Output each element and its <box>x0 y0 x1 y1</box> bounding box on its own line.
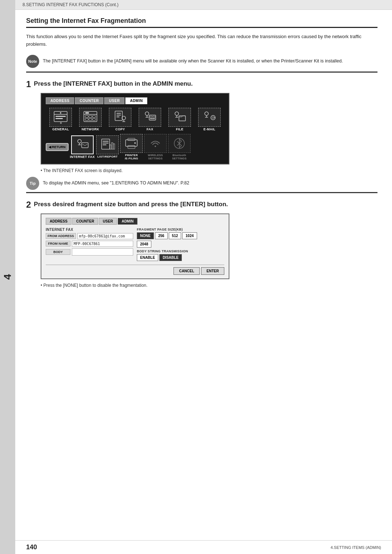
ifax-tab-counter[interactable]: COUNTER <box>72 218 98 225</box>
icon-item-network[interactable]: NETWORK <box>79 108 102 131</box>
svg-rect-17 <box>117 115 121 115</box>
intro-paragraph: This function allows you to send the Int… <box>26 33 377 48</box>
ifax-section-label: INTERNET FAX <box>46 228 133 232</box>
svg-rect-28 <box>150 118 155 119</box>
tab-user[interactable]: USER <box>104 97 124 104</box>
return-button[interactable]: ◀ RETURN <box>46 143 69 151</box>
body-value[interactable] <box>72 248 133 256</box>
step1-heading: 1 Press the [INTERNET FAX] button in the… <box>26 80 377 89</box>
svg-rect-14 <box>93 118 95 121</box>
svg-rect-10 <box>89 115 92 118</box>
svg-point-53 <box>134 142 136 144</box>
svg-rect-13 <box>89 118 92 121</box>
admin-screen-panel: ADDRESS COUNTER USER ADMIN <box>41 93 229 164</box>
frag-btn-1024[interactable]: 1024 <box>182 232 197 239</box>
icon-item-ifax[interactable]: INTERNET FAX <box>70 135 95 159</box>
svg-point-22 <box>145 112 149 115</box>
admin-tabs-row: ADDRESS COUNTER USER ADMIN <box>46 97 224 104</box>
ifax-left-panel: INTERNET FAX FROM ADDRESS mfp-00c67861@i… <box>46 228 133 263</box>
svg-rect-18 <box>117 117 119 117</box>
ifax-tabs-row: ADDRESS COUNTER USER ADMIN <box>46 218 224 225</box>
from-name-value[interactable]: MFP-00C67861 <box>72 241 133 247</box>
tab-address[interactable]: ADDRESS <box>46 97 74 104</box>
from-name-row: FROM NAME MFP-00C67861 <box>46 241 133 247</box>
svg-rect-48 <box>111 143 113 149</box>
svg-rect-51 <box>128 138 135 140</box>
from-address-row: FROM ADDRESS mfp-00c67861@ifax.com <box>46 233 133 239</box>
bullet-note-1: The INTERNET FAX screen is displayed. <box>41 168 377 173</box>
svg-point-39 <box>78 139 81 143</box>
footer-section-label: 4.SETTING ITEMS (ADMIN) <box>331 545 381 550</box>
from-address-value[interactable]: mfp-00c67861@ifax.com <box>77 233 133 239</box>
svg-rect-45 <box>103 143 109 143</box>
body-label: BODY <box>46 249 70 255</box>
svg-rect-11 <box>93 115 95 118</box>
body-row: BODY <box>46 248 133 256</box>
tip-badge: Tip <box>26 177 39 190</box>
from-address-label: FROM ADDRESS <box>46 233 76 239</box>
frag-btn-256[interactable]: 256 <box>155 232 168 239</box>
icon-item-listreport[interactable]: LIST/REPORT <box>96 135 119 158</box>
note-text: The [INTERNET FAX] button in the [ADMIN]… <box>43 55 343 65</box>
ifax-tab-admin[interactable]: ADMIN <box>118 218 138 225</box>
svg-rect-16 <box>117 113 121 114</box>
svg-rect-43 <box>102 139 110 149</box>
body-string-label: BODY STRING TRANSMISSION <box>137 249 224 253</box>
from-name-label: FROM NAME <box>46 241 70 247</box>
body-string-buttons: ENABLE DISABLE <box>137 254 224 261</box>
icon-item-copy[interactable]: COPY <box>109 108 131 131</box>
page-footer: 140 4.SETTING ITEMS (ADMIN) <box>15 540 392 554</box>
ifax-right-panel: FRAGMENT PAGE SIZE(KB) NONE 256 512 1024… <box>137 228 224 263</box>
svg-rect-44 <box>103 141 109 142</box>
chapter-number: 4 <box>2 274 13 280</box>
ifax-tab-user[interactable]: USER <box>99 218 117 225</box>
svg-rect-9 <box>85 115 88 118</box>
svg-text:⚙: ⚙ <box>60 122 62 124</box>
side-chapter-tab: 4 <box>0 0 15 554</box>
icon-item-wireless: WIRELESS SETTINGS <box>144 134 167 160</box>
body-btn-enable[interactable]: ENABLE <box>137 254 158 261</box>
svg-rect-49 <box>113 144 115 149</box>
note-box: Note The [INTERNET FAX] button in the [A… <box>26 55 377 68</box>
ifax-screen-panel: ADDRESS COUNTER USER ADMIN INTERNET FAX … <box>41 213 229 279</box>
icon-item-bluetooth: Bluetooth SETTINGS <box>168 134 191 160</box>
body-btn-disable[interactable]: DISABLE <box>159 254 182 261</box>
ifax-tab-address[interactable]: ADDRESS <box>46 218 72 225</box>
svg-rect-26 <box>150 116 152 118</box>
svg-rect-46 <box>103 144 106 145</box>
page-breadcrumb: 8.SETTING INTERNET FAX FUNCTIONS (Cont.) <box>15 0 392 10</box>
tab-admin[interactable]: ADMIN <box>125 97 147 104</box>
admin-icons-row1: ⚙ GENERAL <box>46 108 224 131</box>
svg-point-29 <box>175 112 179 115</box>
svg-rect-15 <box>115 111 122 121</box>
svg-rect-12 <box>85 118 88 121</box>
enter-button[interactable]: ENTER <box>201 267 224 275</box>
svg-point-2 <box>60 112 61 114</box>
fragment-size-label: FRAGMENT PAGE SIZE(KB) <box>137 228 224 231</box>
icon-item-file[interactable]: FILE <box>168 108 191 131</box>
icon-item-fax[interactable]: FAX <box>139 108 161 131</box>
ifax-bottom-buttons: CANCEL ENTER <box>46 265 224 275</box>
svg-rect-42 <box>82 143 88 148</box>
frag-btn-512[interactable]: 512 <box>169 232 181 239</box>
svg-rect-52 <box>128 146 135 148</box>
bullet-note-2: Press the [NONE] button to disable the f… <box>41 283 377 288</box>
svg-point-37 <box>212 117 214 118</box>
svg-point-33 <box>205 112 208 115</box>
frag-btn-none[interactable]: NONE <box>137 232 154 239</box>
cancel-button[interactable]: CANCEL <box>173 267 200 275</box>
section-title: Setting the Internet Fax Fragmentation <box>26 17 377 28</box>
tab-counter[interactable]: COUNTER <box>75 97 103 104</box>
frag-btn-2048[interactable]: 2048 <box>137 241 151 248</box>
admin-icons-row2: ◀ RETURN <box>46 134 224 160</box>
icon-item-email[interactable]: E-MAIL <box>198 108 221 131</box>
icon-item-printer[interactable]: PRINTER /E-FILING <box>120 134 143 160</box>
icon-item-general[interactable]: ⚙ GENERAL <box>49 108 72 131</box>
step2-heading: 2 Press desired fragment size button and… <box>26 200 377 209</box>
svg-point-54 <box>155 146 156 147</box>
tip-text: To display the ADMIN menu, see "1.ENTERI… <box>43 177 189 187</box>
fragment-buttons-row2: 2048 <box>137 241 224 248</box>
svg-rect-8 <box>85 112 89 114</box>
svg-rect-4 <box>56 118 63 119</box>
svg-rect-27 <box>153 116 155 118</box>
